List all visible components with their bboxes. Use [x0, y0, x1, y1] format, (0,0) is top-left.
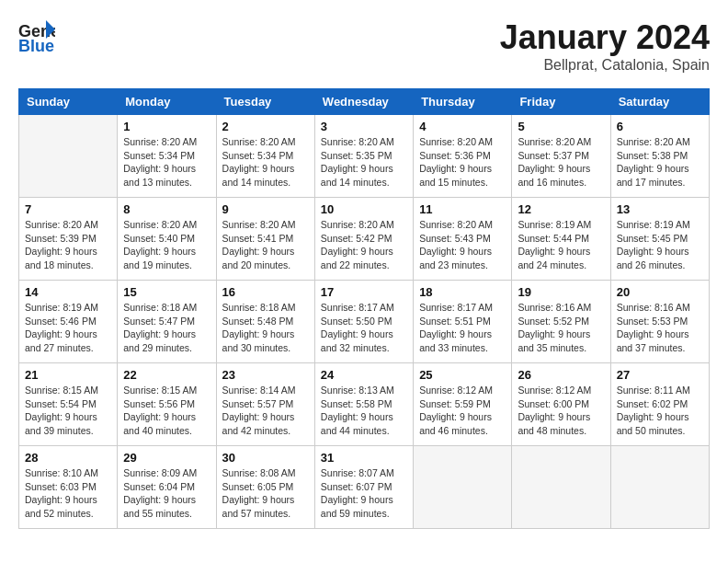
day-number: 26 — [518, 368, 604, 382]
day-number: 20 — [617, 285, 703, 299]
day-info: Sunrise: 8:17 AMSunset: 5:51 PMDaylight:… — [419, 301, 506, 355]
calendar-cell: 29Sunrise: 8:09 AMSunset: 6:04 PMDayligh… — [118, 446, 216, 529]
day-info: Sunrise: 8:20 AMSunset: 5:41 PMDaylight:… — [222, 218, 309, 272]
day-info: Sunrise: 8:12 AMSunset: 5:59 PMDaylight:… — [419, 384, 506, 438]
day-info: Sunrise: 8:20 AMSunset: 5:40 PMDaylight:… — [123, 218, 210, 272]
week-row-4: 21Sunrise: 8:15 AMSunset: 5:54 PMDayligh… — [19, 363, 710, 446]
day-info: Sunrise: 8:07 AMSunset: 6:07 PMDaylight:… — [321, 466, 407, 521]
day-number: 2 — [222, 120, 309, 133]
day-header-monday: Monday — [118, 89, 216, 115]
day-info: Sunrise: 8:20 AMSunset: 5:36 PMDaylight:… — [419, 135, 506, 190]
day-info: Sunrise: 8:13 AMSunset: 5:58 PMDaylight:… — [321, 384, 407, 438]
month-title: January 2024 — [500, 18, 710, 57]
day-info: Sunrise: 8:20 AMSunset: 5:43 PMDaylight:… — [419, 218, 506, 272]
day-info: Sunrise: 8:17 AMSunset: 5:50 PMDaylight:… — [321, 301, 407, 355]
day-info: Sunrise: 8:09 AMSunset: 6:04 PMDaylight:… — [123, 466, 210, 521]
day-number: 29 — [123, 451, 210, 465]
calendar-cell — [414, 446, 512, 529]
calendar-cell: 7Sunrise: 8:20 AMSunset: 5:39 PMDaylight… — [19, 198, 118, 281]
day-info: Sunrise: 8:16 AMSunset: 5:52 PMDaylight:… — [518, 301, 604, 355]
logo: General Blue — [18, 18, 55, 53]
day-info: Sunrise: 8:19 AMSunset: 5:44 PMDaylight:… — [518, 218, 604, 272]
calendar-cell: 30Sunrise: 8:08 AMSunset: 6:05 PMDayligh… — [216, 446, 314, 529]
day-number: 28 — [25, 451, 111, 465]
day-info: Sunrise: 8:20 AMSunset: 5:39 PMDaylight:… — [25, 218, 111, 272]
calendar-cell: 24Sunrise: 8:13 AMSunset: 5:58 PMDayligh… — [314, 363, 413, 446]
day-number: 23 — [222, 368, 309, 382]
week-row-2: 7Sunrise: 8:20 AMSunset: 5:39 PMDaylight… — [19, 198, 710, 281]
day-info: Sunrise: 8:10 AMSunset: 6:03 PMDaylight:… — [25, 466, 111, 521]
calendar-cell: 28Sunrise: 8:10 AMSunset: 6:03 PMDayligh… — [19, 446, 118, 529]
day-header-saturday: Saturday — [610, 89, 709, 115]
day-info: Sunrise: 8:18 AMSunset: 5:48 PMDaylight:… — [222, 301, 309, 355]
day-number: 14 — [25, 285, 111, 299]
calendar-cell: 31Sunrise: 8:07 AMSunset: 6:07 PMDayligh… — [314, 446, 413, 529]
day-number: 11 — [419, 202, 506, 216]
day-number: 22 — [123, 368, 210, 382]
calendar-cell: 23Sunrise: 8:14 AMSunset: 5:57 PMDayligh… — [216, 363, 314, 446]
day-info: Sunrise: 8:20 AMSunset: 5:38 PMDaylight:… — [617, 135, 703, 190]
calendar-cell: 27Sunrise: 8:11 AMSunset: 6:02 PMDayligh… — [610, 363, 709, 446]
calendar-cell: 22Sunrise: 8:15 AMSunset: 5:56 PMDayligh… — [118, 363, 216, 446]
day-info: Sunrise: 8:08 AMSunset: 6:05 PMDaylight:… — [222, 466, 309, 521]
day-number: 4 — [419, 120, 506, 133]
calendar-cell: 10Sunrise: 8:20 AMSunset: 5:42 PMDayligh… — [314, 198, 413, 281]
day-number: 17 — [321, 285, 407, 299]
calendar-header-row: SundayMondayTuesdayWednesdayThursdayFrid… — [19, 89, 710, 115]
calendar-cell: 12Sunrise: 8:19 AMSunset: 5:44 PMDayligh… — [512, 198, 610, 281]
calendar-cell: 3Sunrise: 8:20 AMSunset: 5:35 PMDaylight… — [314, 115, 413, 198]
day-header-wednesday: Wednesday — [314, 89, 413, 115]
day-number: 30 — [222, 451, 309, 465]
calendar-cell — [19, 115, 118, 198]
day-info: Sunrise: 8:15 AMSunset: 5:56 PMDaylight:… — [123, 384, 210, 438]
day-number: 7 — [25, 202, 111, 216]
calendar-cell: 25Sunrise: 8:12 AMSunset: 5:59 PMDayligh… — [414, 363, 512, 446]
day-number: 6 — [617, 120, 703, 133]
day-number: 3 — [321, 120, 407, 133]
day-number: 9 — [222, 202, 309, 216]
day-info: Sunrise: 8:15 AMSunset: 5:54 PMDaylight:… — [25, 384, 111, 438]
calendar-cell: 6Sunrise: 8:20 AMSunset: 5:38 PMDaylight… — [610, 115, 709, 198]
day-number: 1 — [123, 120, 210, 133]
calendar-cell: 1Sunrise: 8:20 AMSunset: 5:34 PMDaylight… — [118, 115, 216, 198]
location-subtitle: Bellprat, Catalonia, Spain — [500, 57, 710, 74]
day-info: Sunrise: 8:20 AMSunset: 5:37 PMDaylight:… — [518, 135, 604, 190]
day-number: 16 — [222, 285, 309, 299]
calendar-cell: 4Sunrise: 8:20 AMSunset: 5:36 PMDaylight… — [414, 115, 512, 198]
day-info: Sunrise: 8:14 AMSunset: 5:57 PMDaylight:… — [222, 384, 309, 438]
calendar-cell: 13Sunrise: 8:19 AMSunset: 5:45 PMDayligh… — [610, 198, 709, 281]
calendar-cell — [610, 446, 709, 529]
svg-text:Blue: Blue — [18, 37, 54, 53]
day-info: Sunrise: 8:11 AMSunset: 6:02 PMDaylight:… — [617, 384, 703, 438]
calendar-cell: 5Sunrise: 8:20 AMSunset: 5:37 PMDaylight… — [512, 115, 610, 198]
calendar-cell: 8Sunrise: 8:20 AMSunset: 5:40 PMDaylight… — [118, 198, 216, 281]
calendar-cell: 14Sunrise: 8:19 AMSunset: 5:46 PMDayligh… — [19, 281, 118, 363]
calendar-cell: 18Sunrise: 8:17 AMSunset: 5:51 PMDayligh… — [414, 281, 512, 363]
calendar-cell: 19Sunrise: 8:16 AMSunset: 5:52 PMDayligh… — [512, 281, 610, 363]
day-header-tuesday: Tuesday — [216, 89, 314, 115]
day-info: Sunrise: 8:19 AMSunset: 5:45 PMDaylight:… — [617, 218, 703, 272]
calendar-cell: 11Sunrise: 8:20 AMSunset: 5:43 PMDayligh… — [414, 198, 512, 281]
calendar-cell: 20Sunrise: 8:16 AMSunset: 5:53 PMDayligh… — [610, 281, 709, 363]
day-info: Sunrise: 8:18 AMSunset: 5:47 PMDaylight:… — [123, 301, 210, 355]
day-number: 19 — [518, 285, 604, 299]
calendar-cell: 26Sunrise: 8:12 AMSunset: 6:00 PMDayligh… — [512, 363, 610, 446]
day-number: 5 — [518, 120, 604, 133]
day-info: Sunrise: 8:20 AMSunset: 5:42 PMDaylight:… — [321, 218, 407, 272]
day-number: 8 — [123, 202, 210, 216]
day-number: 25 — [419, 368, 506, 382]
day-number: 21 — [25, 368, 111, 382]
day-header-sunday: Sunday — [19, 89, 118, 115]
day-info: Sunrise: 8:20 AMSunset: 5:34 PMDaylight:… — [222, 135, 309, 190]
day-number: 27 — [617, 368, 703, 382]
day-number: 13 — [617, 202, 703, 216]
day-info: Sunrise: 8:20 AMSunset: 5:35 PMDaylight:… — [321, 135, 407, 190]
day-info: Sunrise: 8:12 AMSunset: 6:00 PMDaylight:… — [518, 384, 604, 438]
week-row-3: 14Sunrise: 8:19 AMSunset: 5:46 PMDayligh… — [19, 281, 710, 363]
week-row-1: 1Sunrise: 8:20 AMSunset: 5:34 PMDaylight… — [19, 115, 710, 198]
calendar-cell — [512, 446, 610, 529]
day-number: 15 — [123, 285, 210, 299]
calendar-cell: 17Sunrise: 8:17 AMSunset: 5:50 PMDayligh… — [314, 281, 413, 363]
calendar-cell: 15Sunrise: 8:18 AMSunset: 5:47 PMDayligh… — [118, 281, 216, 363]
day-header-friday: Friday — [512, 89, 610, 115]
